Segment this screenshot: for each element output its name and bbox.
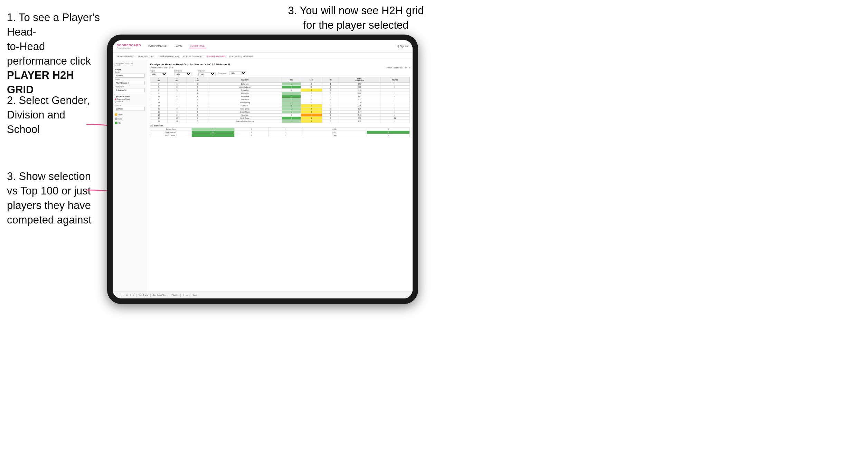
filter-row: Region (All) Conference (All) Opponent (… xyxy=(150,70,410,76)
toolbar-save-custom[interactable]: Save Custom View xyxy=(153,294,166,296)
timestamp: Last Updated: 27/03/202416:55:38 xyxy=(115,63,145,66)
table-row: 633 Sydney Kuo 0 1 0 -1.00 xyxy=(150,89,410,92)
filter-region: Region (All) xyxy=(150,70,167,76)
instr3-line1: 3. Show selection xyxy=(7,170,91,182)
legend-dot-level xyxy=(115,117,117,120)
toolbar-divider-2 xyxy=(150,294,151,297)
sign-out-link[interactable]: Sign out xyxy=(399,45,408,47)
th-reg: #Reg xyxy=(168,77,187,83)
table-row: 914 Sharon Mun 1 00 3.673 xyxy=(150,92,410,95)
th-rounds: Rounds xyxy=(380,77,410,83)
table-row: 1125 Heejo Hyun 1 00 3.333 xyxy=(150,98,410,101)
radio-dot-opponents xyxy=(115,98,116,100)
instr1-bold: PLAYER H2H GRID xyxy=(7,69,74,96)
opponent-select[interactable]: (All) xyxy=(198,72,216,76)
gender-label: Gender xyxy=(115,72,145,73)
toolbar-view-original[interactable]: View: Original xyxy=(147,294,148,296)
logo-sub: Powered by clippd xyxy=(117,47,141,49)
division-record: Division Record: 331 - 34 - 6 xyxy=(386,67,410,69)
th-tie: Tie xyxy=(322,77,339,83)
instr3-line3: players they have xyxy=(7,199,91,211)
subnav-team-h2h-grid[interactable]: TEAM H2H GRID xyxy=(138,55,154,57)
radio-top100[interactable]: Top 100 xyxy=(115,101,145,103)
opponents-select[interactable]: (All) xyxy=(229,71,246,75)
legend-down: Down xyxy=(115,113,145,116)
legend-label-up: Up xyxy=(119,122,121,124)
overall-record: Overall Record: 353 - 34 - 6 xyxy=(150,67,173,69)
player-rank-input[interactable] xyxy=(115,88,145,92)
toolbar-icon1[interactable]: ⊡ xyxy=(183,294,184,296)
instr1-line1: 1. To see a Player's Head- xyxy=(7,11,100,38)
toolbar-divider-3 xyxy=(168,294,168,297)
subnav-team-summary[interactable]: TEAM SUMMARY xyxy=(117,55,134,57)
th-loss: Loss xyxy=(301,77,322,83)
filter-conference: Conference (All) xyxy=(174,70,191,76)
legend-label-down: Down xyxy=(119,114,123,116)
colour-by-section: Colour by Down Level Up xyxy=(115,105,145,124)
division-label: Division xyxy=(115,79,145,80)
sub-nav: TEAM SUMMARY TEAM H2H GRID TEAM H2H HEAT… xyxy=(113,53,413,60)
instruction-3: 3. Show selection vs Top 100 or just pla… xyxy=(0,169,107,227)
table-row: 20117 Federica Domecq Lacroze 2 1 0 1.33… xyxy=(150,120,410,123)
region-select[interactable]: (All) xyxy=(150,72,167,76)
th-opponent: Opponent xyxy=(208,77,282,83)
radio-opponents[interactable]: Opponents Played xyxy=(115,98,145,100)
table-row: 1063 Andrea York 2 00 4.004 xyxy=(150,95,410,98)
ood-row: Foreign Team 1 0 0 4.500 2 xyxy=(150,128,410,131)
nav-committee[interactable]: COMMITTEE xyxy=(189,44,206,48)
instr2-line1: 2. Select Gender, xyxy=(7,94,90,106)
th-win: Win xyxy=(282,77,301,83)
grid-title: Katelyn Vo Head-to-Head Grid for Women's… xyxy=(150,63,410,66)
bottom-toolbar: ↩ ← ↪ ⊞ ↺ ⊙ View: Original Save Custom V… xyxy=(147,292,413,298)
legend-dot-up xyxy=(115,122,117,124)
legend-level: Level xyxy=(115,117,145,120)
instr3-line2: vs Top 100 or just xyxy=(7,185,91,197)
opponents-label: Opponents: xyxy=(218,72,227,74)
instruction-1: 1. To see a Player's Head- to-Head perfo… xyxy=(0,5,107,97)
player-rank-label: Player (Rank) xyxy=(115,86,145,88)
instr2-line3: School xyxy=(7,123,40,135)
th-diff: Diff AvStrokes/Rnd xyxy=(339,77,380,83)
player-section-title: Player xyxy=(115,68,145,70)
legend-up: Up xyxy=(115,122,145,124)
instruction-top-right: 3. You will now see H2H gridfor the play… xyxy=(263,3,449,32)
toolbar-watch[interactable]: 👁 Watch ▾ xyxy=(170,294,178,296)
toolbar-icon2[interactable]: ≡≡ xyxy=(186,294,188,296)
table-row: 1311 Jessica Huang 1 00 -3.002 xyxy=(150,101,410,104)
instruction-2: 2. Select Gender, Division and School xyxy=(0,93,107,137)
opponents-filter-row: Opponents: (All) xyxy=(218,71,246,75)
ood-table-body: Foreign Team 1 0 0 4.500 2 NAIA Division… xyxy=(150,128,410,137)
radio-dot-top100 xyxy=(115,101,116,103)
colour-by-input[interactable] xyxy=(115,107,145,111)
nav-items: TOURNAMENTS TEAMS COMMITTEE xyxy=(147,44,397,48)
th-div: #Div xyxy=(150,77,168,83)
h2h-table: #Div #Reg #Conf Opponent Win Loss Tie Di… xyxy=(150,77,410,123)
gender-input[interactable] xyxy=(115,74,145,78)
colour-by-label: Colour by xyxy=(115,105,145,106)
subnav-player-h2h-grid[interactable]: PLAYER H2H GRID xyxy=(207,55,225,57)
table-row: 1585 Stella Cheng 1 1 0 1.254 xyxy=(150,107,410,111)
radio-label-opponents: Opponents Played xyxy=(117,98,130,100)
right-panel: Katelyn Vo Head-to-Head Grid for Women's… xyxy=(147,60,413,298)
nav-teams[interactable]: TEAMS xyxy=(173,44,184,48)
toolbar-divider-5 xyxy=(190,294,190,297)
subnav-player-h2h-heatmap[interactable]: PLAYER H2H HEATMAP xyxy=(229,55,253,57)
legend-label-level: Level xyxy=(119,118,122,120)
division-input[interactable] xyxy=(115,81,145,85)
ood-table: Foreign Team 1 0 0 4.500 2 NAIA Division… xyxy=(150,127,410,137)
conference-select[interactable]: (All) xyxy=(174,72,191,76)
left-panel: Last Updated: 27/03/202416:55:38 Player … xyxy=(113,60,147,298)
nav-tournaments[interactable]: TOURNAMENTS xyxy=(147,44,168,48)
filter-groups: Region (All) Conference (All) Opponent (… xyxy=(150,70,216,76)
table-row: 1613 Jessica Mason 1 2 0 -0.947 xyxy=(150,111,410,114)
table-row: 311 Esther Lee 1 01 1.504 xyxy=(150,83,410,86)
record-row: Overall Record: 353 - 34 - 6 Division Re… xyxy=(150,67,410,69)
subnav-team-h2h-heatmap[interactable]: TEAM H2H HEATMAP xyxy=(158,55,179,57)
instr3-line4: competed against xyxy=(7,214,92,226)
table-header-row: #Div #Reg #Conf Opponent Win Loss Tie Di… xyxy=(150,77,410,83)
opponent-view-title: Opponent view xyxy=(115,95,145,97)
subnav-player-summary[interactable]: PLAYER SUMMARY xyxy=(183,55,202,57)
toolbar-share[interactable]: Share xyxy=(192,294,197,296)
legend-dot-down xyxy=(115,113,117,116)
table-row: 19106 Emily Chang 4 1 0 0.3011 xyxy=(150,117,410,120)
